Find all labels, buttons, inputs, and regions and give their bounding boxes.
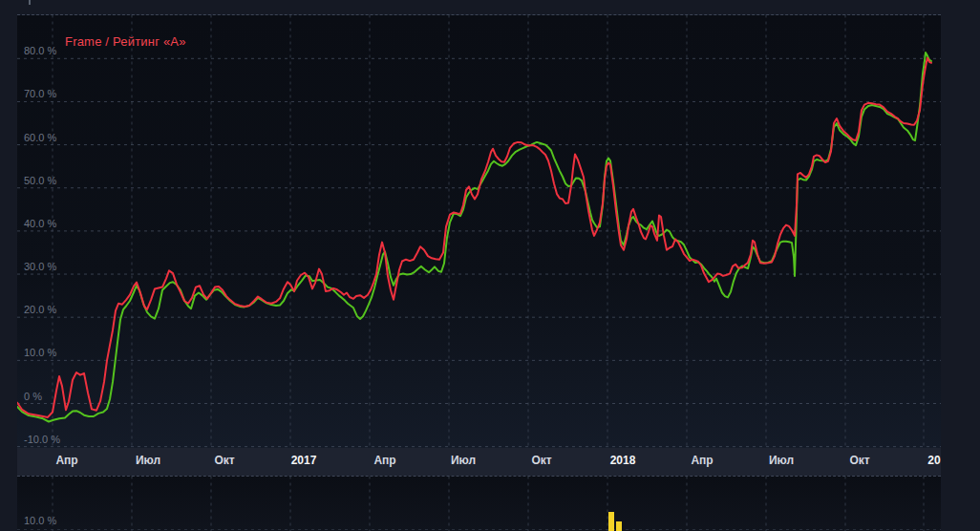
y-axis-tick: -10.0 % <box>24 434 60 445</box>
x-axis-tick-month: Апр <box>55 454 77 467</box>
x-axis-tick-month: Июл <box>451 454 476 467</box>
indicator-pane[interactable]: 10.0 % <box>17 476 941 531</box>
x-axis-tick-month: Окт <box>214 454 234 467</box>
x-axis-tick-month: Окт <box>849 454 869 467</box>
x-axis-tick-year: 2018 <box>610 454 636 467</box>
time-axis[interactable]: АпрИюлОкт2017АпрИюлОкт2018АпрИюлОкт20 <box>17 448 941 477</box>
x-axis-tick-month: Апр <box>373 454 395 467</box>
y-axis-tick: 60.0 % <box>24 132 56 143</box>
x-axis-tick-year: 2017 <box>291 454 317 467</box>
y-axis-tick: 10.0 % <box>24 347 56 358</box>
x-axis-tick-month: Июл <box>769 454 794 467</box>
y-axis-tick: 50.0 % <box>24 175 56 186</box>
y-axis-tick: 30.0 % <box>24 261 56 272</box>
upper-pane-gridline-remnant <box>29 0 31 5</box>
main-chart-pane[interactable]: Frame / Рейтинг «А» 80.0 %70.0 %60.0 %50… <box>17 14 941 449</box>
trading-chart-page: Frame / Рейтинг «А» 80.0 %70.0 %60.0 %50… <box>0 0 980 531</box>
series-legend[interactable]: Frame / Рейтинг «А» <box>65 34 186 49</box>
y-axis-tick: 40.0 % <box>24 218 56 229</box>
y-axis-tick: 20.0 % <box>24 304 56 315</box>
x-axis-tick-month: Июл <box>136 454 160 467</box>
x-axis-tick-month: Окт <box>531 454 551 467</box>
x-axis-tick-month: Апр <box>691 454 713 467</box>
indicator-y-axis-tick: 10.0 % <box>24 515 56 526</box>
y-axis-tick: 80.0 % <box>24 45 56 56</box>
y-axis-tick: 70.0 % <box>24 88 56 99</box>
x-axis-tick-year: 20 <box>927 454 940 467</box>
y-axis-tick: 0 % <box>24 391 42 402</box>
